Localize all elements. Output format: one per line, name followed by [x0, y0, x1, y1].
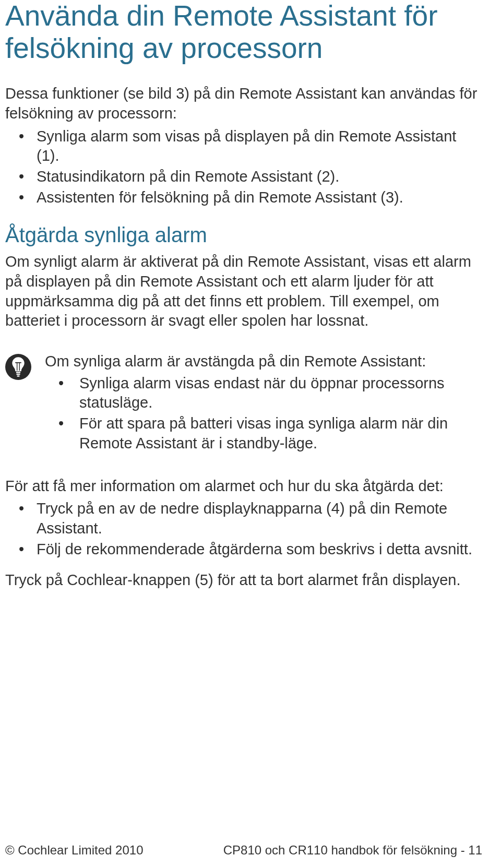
- document-page: Använda din Remote Assistant för felsökn…: [0, 0, 501, 868]
- intro-bullet-list: Synliga alarm som visas på displayen på …: [5, 127, 482, 208]
- tip-content: Om synliga alarm är avstängda på din Rem…: [45, 352, 482, 454]
- list-item: Synliga alarm visas endast när du öppnar…: [79, 374, 482, 413]
- list-item: Assistenten för felsökning på din Remote…: [37, 188, 482, 208]
- list-item: Synliga alarm som visas på displayen på …: [37, 127, 482, 166]
- tip-lead: Om synliga alarm är avstängda på din Rem…: [45, 352, 482, 372]
- tip-bullet-list: Synliga alarm visas endast när du öppnar…: [45, 374, 482, 454]
- footer-copyright: © Cochlear Limited 2010: [5, 843, 144, 858]
- intro-paragraph: Dessa funktioner (se bild 3) på din Remo…: [5, 84, 482, 123]
- list-item: Följ de rekommenderade åtgärderna som be…: [37, 540, 482, 560]
- after-tip-bullet-list: Tryck på en av de nedre displayknapparna…: [5, 499, 482, 559]
- list-item: För att spara på batteri visas inga synl…: [79, 414, 482, 453]
- tip-callout: Om synliga alarm är avstängda på din Rem…: [5, 352, 482, 454]
- section-heading: Åtgärda synliga alarm: [5, 223, 482, 247]
- footer-page-info: CP810 och CR110 handbok för felsökning -…: [223, 843, 482, 858]
- page-title: Använda din Remote Assistant för felsökn…: [5, 0, 482, 64]
- list-item: Statusindikatorn på din Remote Assistant…: [37, 167, 482, 187]
- closing-paragraph: Tryck på Cochlear-knappen (5) för att ta…: [5, 570, 482, 590]
- after-tip-lead: För att få mer information om alarmet oc…: [5, 477, 482, 496]
- list-item: Tryck på en av de nedre displayknapparna…: [37, 499, 482, 538]
- section-paragraph: Om synligt alarm är aktiverat på din Rem…: [5, 252, 482, 331]
- lightbulb-icon: [5, 354, 31, 380]
- page-footer: © Cochlear Limited 2010 CP810 och CR110 …: [5, 843, 482, 858]
